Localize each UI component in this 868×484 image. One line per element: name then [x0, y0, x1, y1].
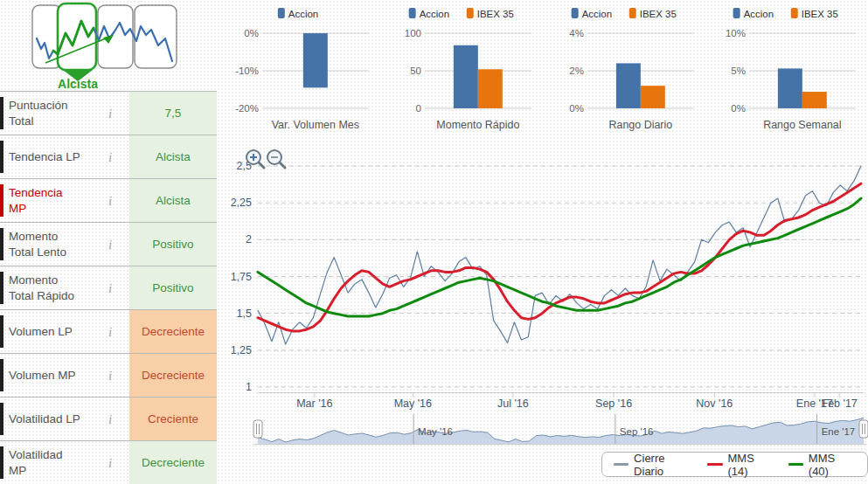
mms-14-swatch [707, 463, 722, 466]
legend-label: Cierre Diario [634, 452, 694, 478]
row-accent-bar [0, 315, 3, 348]
metric-row-momento-total-lento: Momento Total LentoiPositivo [0, 222, 217, 266]
legend-label: IBEX 35 [477, 9, 514, 19]
y-axis-label: -20% [235, 103, 259, 114]
y-axis-label: 2% [569, 66, 584, 76]
metric-row-tendencia-mp: Tendencia MPiAlcista [0, 178, 217, 222]
mini-legend-item-accion[interactable]: Accion [571, 8, 611, 18]
legend-swatch [278, 8, 285, 18]
bar-ibex-35 [802, 92, 827, 108]
y-axis-label: 2,25 [231, 197, 252, 209]
info-icon[interactable]: i [108, 324, 112, 339]
metric-row-volumen-lp: Volumen LPiDecreciente [0, 309, 217, 353]
bar-ibex-35 [640, 86, 664, 108]
y-axis-label: 1 [246, 381, 252, 393]
metric-row-volatilidad-lp: Volatilidad LPiCreciente [0, 397, 217, 440]
legend-label: Accion [581, 9, 611, 19]
metric-rows: Puntuación Totali7,5Tendencia LPiAlcista… [0, 91, 217, 484]
legend-item-mms-40[interactable]: MMS (40) [788, 452, 856, 478]
pattern-card-3 [98, 5, 133, 68]
row-accent-bar [0, 97, 3, 129]
legend-item-cierre-diario[interactable]: Cierre Diario [614, 452, 694, 478]
row-accent-bar [0, 228, 3, 260]
trend-pattern-header: Alcista [0, 0, 217, 91]
range-navigator[interactable]: May '16Sep '16Ene '17 [219, 411, 868, 450]
y-axis-label: 1,5 [237, 308, 252, 320]
legend-label: MMS (40) [809, 452, 856, 478]
price-chart[interactable]: 11,251,51,7522,252,5Mar '16May '16Jul '1… [219, 143, 868, 412]
metric-value: Decreciente [129, 354, 217, 397]
info-icon[interactable]: i [108, 368, 112, 383]
cierre-diario-swatch [614, 463, 628, 466]
navigator-handle-right[interactable] [859, 420, 868, 438]
mini-chart-title: Rango Diario [608, 119, 672, 131]
metric-value: Creciente [129, 398, 217, 440]
metric-value: 7,5 [129, 92, 217, 135]
row-accent-bar [0, 272, 3, 304]
metric-label: Volatilidad LP [9, 411, 80, 426]
legend-label: MMS (14) [728, 452, 775, 478]
navigator-tick-label: May '16 [418, 426, 453, 437]
mini-chart-title: Rango Semanal [763, 119, 841, 131]
legend-swatch [571, 8, 578, 18]
y-axis-label: 2 [246, 233, 252, 245]
x-axis-label: Sep '16 [595, 398, 632, 410]
mini-chart-title: Momento Rápido [436, 119, 519, 131]
legend-item-mms-14[interactable]: MMS (14) [707, 452, 774, 478]
metric-row-tendencia-lp: Tendencia LPiAlcista [0, 135, 217, 178]
y-axis-label: 0 [415, 103, 420, 114]
info-icon[interactable]: i [108, 411, 112, 426]
mini-legend-item-ibex-35[interactable]: IBEX 35 [791, 8, 838, 18]
info-icon[interactable]: i [108, 149, 112, 164]
x-axis-label: Feb '17 [822, 398, 858, 410]
metric-row-momento-total-r-pido: Momento Total RápidoiPositivo [0, 266, 217, 309]
info-icon[interactable]: i [108, 193, 112, 208]
bar-accion [615, 63, 640, 108]
bar-accion [778, 68, 802, 108]
mini-chart-var-volumen-mes: Accion0%-10%-20%Var. Volumen Mes [219, 0, 381, 140]
metric-label: Volumen LP [9, 323, 80, 339]
info-icon[interactable]: i [108, 237, 112, 252]
row-accent-bar [0, 359, 3, 391]
navigator-handle-left[interactable] [253, 420, 262, 438]
metric-row-volatilidad-mp: Volatilidad MPiDecreciente [0, 440, 217, 484]
metric-row-puntuaci-n-total: Puntuación Totali7,5 [0, 91, 217, 135]
legend-label: IBEX 35 [639, 9, 676, 19]
metric-label: Tendencia LP [9, 149, 80, 164]
metric-label: Puntuación Total [9, 97, 80, 128]
legend-swatch [791, 8, 798, 18]
legend-label: Accion [419, 9, 448, 19]
y-axis-label: 0% [569, 103, 584, 114]
x-axis-label: Mar '16 [296, 398, 332, 410]
mini-legend-item-accion[interactable]: Accion [733, 8, 774, 18]
legend-swatch [733, 8, 740, 18]
info-icon[interactable]: i [108, 280, 112, 295]
mini-legend-item-accion[interactable]: Accion [278, 8, 318, 18]
y-axis-label: 100 [405, 28, 421, 38]
y-axis-label: 10% [726, 28, 746, 38]
x-axis-label: Jul '16 [497, 398, 529, 410]
legend-label: Accion [744, 9, 774, 19]
pattern-card-4 [135, 5, 177, 68]
mini-chart-momento-r-pido: AccionIBEX 35100500Momento Rápido [381, 0, 544, 140]
metric-label: Tendencia MP [9, 184, 80, 216]
chart-legend: Cierre Diario MMS (14) MMS (40) [601, 452, 868, 477]
legend-swatch [467, 8, 474, 18]
bar-accion [303, 33, 328, 87]
mini-legend-item-accion[interactable]: Accion [408, 8, 448, 18]
mini-legend-item-ibex-35[interactable]: IBEX 35 [628, 8, 676, 18]
series-mms-14 [258, 183, 861, 331]
metric-row-volumen-mp: Volumen MPiDecreciente [0, 353, 217, 397]
info-icon[interactable]: i [108, 455, 112, 470]
legend-label: IBEX 35 [802, 9, 838, 19]
navigator-area[interactable] [258, 418, 864, 444]
navigator-tick-label: Sep '16 [620, 426, 654, 437]
y-axis-label: 1,25 [231, 344, 252, 356]
metric-value: Positivo [129, 266, 217, 309]
y-axis-label: 1,75 [231, 271, 252, 283]
row-accent-bar [0, 403, 3, 435]
mini-legend-item-ibex-35[interactable]: IBEX 35 [467, 8, 514, 18]
zoom-out-icon[interactable] [267, 150, 285, 168]
info-icon[interactable]: i [108, 106, 112, 121]
row-accent-bar [0, 184, 3, 217]
